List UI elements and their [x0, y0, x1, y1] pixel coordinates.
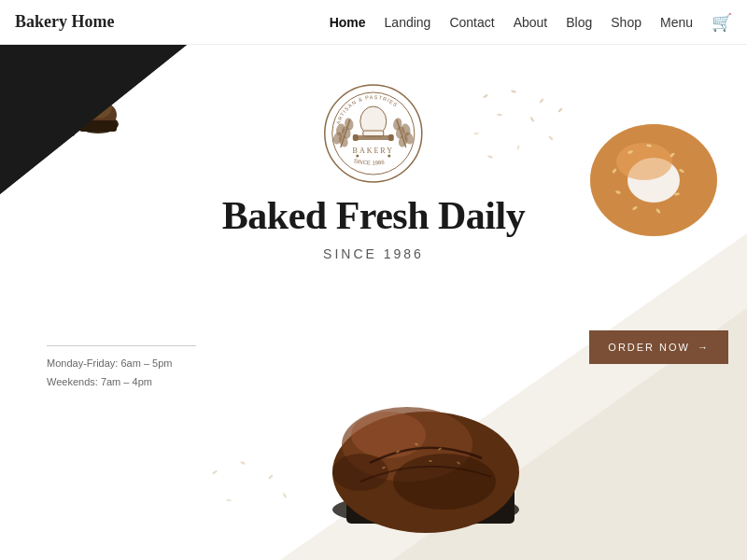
svg-point-80: [282, 493, 287, 498]
hours-section: Monday-Friday: 6am – 5pm Weekends: 7am –…: [47, 355, 173, 392]
svg-point-8: [79, 101, 117, 129]
svg-point-79: [226, 498, 232, 501]
svg-point-12: [59, 108, 63, 111]
svg-point-14: [92, 106, 95, 109]
svg-point-67: [351, 412, 426, 458]
svg-rect-55: [355, 135, 392, 140]
svg-point-61: [388, 155, 391, 158]
nav-shop[interactable]: Shop: [611, 15, 641, 30]
order-btn-arrow: →: [698, 342, 710, 353]
svg-point-60: [357, 155, 359, 158]
nav-about[interactable]: About: [514, 15, 548, 30]
svg-point-15: [101, 104, 105, 107]
svg-point-68: [393, 454, 496, 510]
svg-rect-10: [79, 120, 117, 132]
nav-menu[interactable]: Menu: [660, 15, 693, 30]
main-content: BAKERY SINCE 1986 ARTISAN & PASTRIES Bak…: [0, 45, 747, 560]
svg-point-11: [49, 111, 53, 115]
svg-point-3: [35, 119, 77, 138]
svg-point-77: [240, 461, 246, 465]
svg-rect-57: [388, 134, 394, 141]
svg-point-20: [529, 117, 534, 122]
svg-rect-6: [37, 125, 75, 136]
main-nav: Home Landing Contact About Blog Shop Men…: [330, 12, 732, 33]
svg-point-78: [268, 474, 274, 480]
nav-home[interactable]: Home: [330, 15, 366, 30]
order-btn-label: ORDER NOW: [608, 342, 690, 353]
svg-marker-2: [0, 45, 187, 194]
bagel-image: [579, 101, 728, 250]
bread-image: [295, 351, 557, 541]
svg-text:BAKERY: BAKERY: [353, 147, 394, 155]
nav-landing[interactable]: Landing: [385, 15, 431, 30]
nav-blog[interactable]: Blog: [566, 15, 592, 30]
hours-weekend: Weekends: 7am – 4pm: [47, 373, 173, 392]
hours-divider: [47, 345, 196, 346]
site-title: Bakery Home: [15, 12, 114, 32]
bottom-seeds: [205, 454, 299, 532]
hero-center: BAKERY SINCE 1986 ARTISAN & PASTRIES Bak…: [222, 82, 525, 261]
svg-point-5: [42, 101, 70, 123]
svg-point-29: [616, 143, 672, 180]
svg-point-9: [84, 96, 112, 119]
site-header: Bakery Home Home Landing Contact About B…: [0, 0, 747, 45]
nav-contact[interactable]: Contact: [449, 15, 494, 30]
svg-point-25: [557, 107, 563, 113]
order-now-button[interactable]: ORDER NOW →: [589, 330, 728, 364]
cart-icon[interactable]: 🛒: [712, 12, 732, 33]
svg-point-18: [539, 98, 544, 104]
svg-point-7: [78, 115, 119, 133]
svg-point-13: [54, 116, 58, 119]
hero-title: Baked Fresh Daily: [222, 194, 525, 237]
hours-weekday: Monday-Friday: 6am – 5pm: [47, 355, 173, 373]
svg-text:SINCE 1986: SINCE 1986: [354, 158, 386, 165]
svg-rect-56: [353, 134, 359, 141]
svg-point-4: [37, 105, 75, 133]
svg-point-22: [548, 135, 554, 141]
hero-subtitle: SINCE 1986: [222, 246, 525, 261]
svg-point-76: [212, 469, 218, 474]
bakery-badge: BAKERY SINCE 1986 ARTISAN & PASTRIES: [322, 82, 425, 185]
corner-muffin-image: [0, 45, 187, 194]
